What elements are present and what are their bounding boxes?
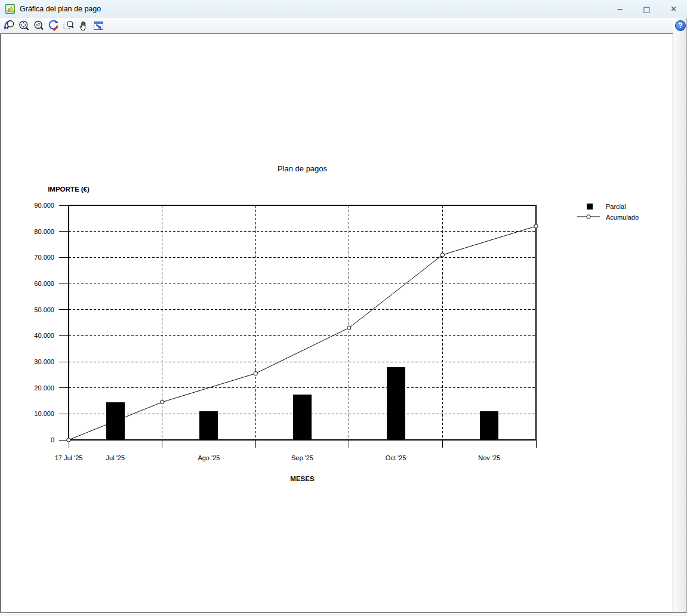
chart-client-area: 010.00020.00030.00040.00050.00060.00070.… — [1, 34, 673, 612]
minimize-button[interactable]: ─ — [606, 0, 633, 18]
y-tick-label: 20.000 — [34, 384, 54, 392]
legend-acumulado-label: Acumulado — [606, 214, 639, 221]
right-toolbar-strip — [673, 18, 687, 612]
y-tick-label: 30.000 — [34, 358, 54, 365]
y-tick-label: 0 — [51, 436, 54, 443]
x-tick-label: Jul '25 — [106, 454, 125, 461]
zoom-window-icon — [63, 20, 75, 32]
help-icon[interactable]: ? — [675, 20, 686, 31]
acumulado-marker — [534, 224, 538, 228]
pan-button[interactable] — [76, 19, 91, 33]
maximize-button[interactable]: □ — [633, 0, 660, 18]
window-controls: ─ □ ✕ — [606, 0, 687, 18]
pan-hand-icon — [78, 20, 90, 32]
y-axis-title: IMPORTE (€) — [48, 186, 90, 193]
x-tick-label: Ago '25 — [198, 454, 220, 461]
parcial-bar — [480, 411, 498, 440]
fit-to-window-button[interactable] — [91, 19, 106, 33]
toolbar: x2 — [0, 18, 673, 34]
parcial-bar — [387, 367, 405, 440]
svg-text:x2: x2 — [36, 23, 41, 27]
zoom-window-button[interactable] — [61, 19, 76, 33]
close-button[interactable]: ✕ — [660, 0, 687, 18]
x-axis-title: MESES — [290, 475, 315, 482]
y-tick-label: 80.000 — [34, 228, 54, 235]
app-window: Gráfica del plan de pago ─ □ ✕ — [0, 0, 687, 616]
presto-chart-icon — [5, 4, 15, 14]
parcial-bar — [293, 395, 312, 440]
legend-parcial-swatch — [587, 204, 593, 210]
x-tick-label: 17 Jul '25 — [55, 454, 83, 461]
parcial-bar — [199, 411, 218, 440]
zoom-extents-button[interactable] — [16, 19, 31, 33]
zoom-2x-button[interactable]: x2 — [31, 19, 46, 33]
y-tick-label: 70.000 — [34, 254, 54, 261]
legend-parcial-label: Parcial — [606, 203, 626, 210]
zoom-extents-icon — [18, 20, 30, 32]
y-tick-label: 10.000 — [34, 410, 54, 417]
titlebar: Gráfica del plan de pago ─ □ ✕ — [0, 0, 687, 18]
acumulado-marker — [440, 253, 444, 257]
x-tick-label: Sep '25 — [291, 454, 313, 461]
redraw-icon — [48, 20, 60, 32]
x-tick-label: Nov '25 — [478, 454, 500, 461]
y-tick-label: 40.000 — [34, 332, 54, 339]
acumulado-marker — [254, 371, 257, 375]
zoom-previous-button[interactable] — [1, 19, 16, 33]
zoom-previous-icon — [3, 20, 15, 32]
window-title: Gráfica del plan de pago — [20, 5, 101, 13]
legend-acumulado-marker — [587, 215, 590, 218]
zoom-2x-icon: x2 — [33, 20, 45, 32]
y-tick-label: 60.000 — [34, 280, 54, 287]
chart-title: Plan de pagos — [278, 164, 328, 173]
acumulado-marker — [160, 400, 164, 404]
acumulado-marker — [67, 438, 70, 442]
x-tick-label: Oct '25 — [386, 454, 406, 461]
fit-window-icon — [93, 20, 104, 32]
window-bottom-shadow — [0, 613, 687, 616]
redraw-button[interactable] — [46, 19, 61, 33]
y-tick-label: 90.000 — [34, 202, 54, 209]
y-tick-label: 50.000 — [34, 306, 54, 313]
window-left-edge — [0, 34, 1, 612]
payment-plan-chart: 010.00020.00030.00040.00050.00060.00070.… — [1, 34, 673, 612]
acumulado-marker — [347, 326, 351, 329]
